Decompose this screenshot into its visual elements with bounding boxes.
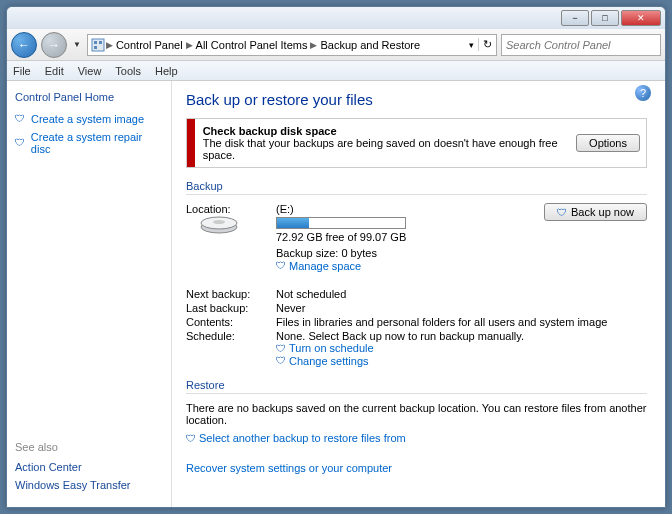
help-icon[interactable]: ? xyxy=(635,85,651,101)
next-backup-label: Next backup: xyxy=(186,288,276,300)
window: − □ ✕ ← → ▼ ▶ Control Panel ▶ All Contro… xyxy=(6,6,666,508)
contents-label: Contents: xyxy=(186,316,276,328)
svg-point-6 xyxy=(213,220,225,224)
turn-on-schedule-link[interactable]: 🛡 Turn on schedule xyxy=(276,342,374,354)
recover-system-settings-link[interactable]: Recover system settings or your computer xyxy=(186,462,647,474)
navbar: ← → ▼ ▶ Control Panel ▶ All Control Pane… xyxy=(7,29,665,61)
sidebar-link-label: Create a system image xyxy=(31,113,144,125)
refresh-button[interactable]: ↻ xyxy=(478,38,496,51)
maximize-button[interactable]: □ xyxy=(591,10,619,26)
change-settings-link[interactable]: 🛡 Change settings xyxy=(276,355,369,367)
manage-space-link[interactable]: 🛡 Manage space xyxy=(276,260,361,272)
drive-icon xyxy=(198,205,240,235)
shield-icon: 🛡 xyxy=(276,260,286,271)
shield-icon: 🛡 xyxy=(557,207,567,218)
see-also-action-center[interactable]: Action Center xyxy=(15,461,163,473)
see-also-windows-easy-transfer[interactable]: Windows Easy Transfer xyxy=(15,479,163,491)
contents-value: Files in libraries and personal folders … xyxy=(276,316,647,328)
next-backup-value: Not scheduled xyxy=(276,288,647,300)
menubar: File Edit View Tools Help xyxy=(7,61,665,81)
menu-view[interactable]: View xyxy=(78,65,102,77)
disk-usage-bar xyxy=(276,217,406,229)
select-another-backup-link[interactable]: 🛡 Select another backup to restore files… xyxy=(186,432,406,444)
backup-size: Backup size: 0 bytes xyxy=(276,247,544,259)
shield-icon: 🛡 xyxy=(276,343,286,354)
last-backup-value: Never xyxy=(276,302,647,314)
schedule-value: None. Select Back up now to run backup m… xyxy=(276,330,647,342)
svg-rect-3 xyxy=(94,46,97,49)
menu-file[interactable]: File xyxy=(13,65,31,77)
svg-rect-0 xyxy=(92,39,104,51)
restore-section-title: Restore xyxy=(186,379,647,391)
shield-icon: 🛡 xyxy=(186,433,196,444)
breadcrumb-separator-icon: ▶ xyxy=(106,40,113,50)
shield-icon: 🛡 xyxy=(15,137,27,149)
titlebar: − □ ✕ xyxy=(7,7,665,29)
alert-panel: Check backup disk space The disk that yo… xyxy=(186,118,647,168)
sidebar-link-create-system-image[interactable]: 🛡 Create a system image xyxy=(15,113,163,125)
breadcrumb-separator-icon: ▶ xyxy=(310,40,317,50)
search-box[interactable] xyxy=(501,34,661,56)
page-title: Back up or restore your files xyxy=(186,91,647,108)
search-input[interactable] xyxy=(502,39,660,51)
link-label: Turn on schedule xyxy=(289,342,374,354)
sidebar-link-create-system-repair-disc[interactable]: 🛡 Create a system repair disc xyxy=(15,131,163,155)
breadcrumb-separator-icon: ▶ xyxy=(186,40,193,50)
shield-icon: 🛡 xyxy=(15,113,27,125)
button-label: Back up now xyxy=(571,206,634,218)
control-panel-home-link[interactable]: Control Panel Home xyxy=(15,91,163,103)
back-button[interactable]: ← xyxy=(11,32,37,58)
menu-help[interactable]: Help xyxy=(155,65,178,77)
see-also-heading: See also xyxy=(15,441,163,453)
svg-rect-1 xyxy=(94,41,97,44)
forward-button[interactable]: → xyxy=(41,32,67,58)
restore-text: There are no backups saved on the curren… xyxy=(186,402,647,426)
sidebar: Control Panel Home 🛡 Create a system ima… xyxy=(7,81,172,507)
schedule-label: Schedule: xyxy=(186,330,276,367)
alert-stripe xyxy=(187,119,195,167)
main-content: ? Back up or restore your files Check ba… xyxy=(172,81,665,507)
address-bar[interactable]: ▶ Control Panel ▶ All Control Panel Item… xyxy=(87,34,497,56)
link-label: Select another backup to restore files f… xyxy=(199,432,406,444)
breadcrumb-segment[interactable]: Backup and Restore xyxy=(317,39,423,51)
address-dropdown-icon[interactable]: ▾ xyxy=(465,40,478,50)
control-panel-icon xyxy=(90,37,106,53)
breadcrumb-segment[interactable]: All Control Panel Items xyxy=(193,39,311,51)
last-backup-label: Last backup: xyxy=(186,302,276,314)
breadcrumb-segment[interactable]: Control Panel xyxy=(113,39,186,51)
close-button[interactable]: ✕ xyxy=(621,10,661,26)
sidebar-link-label: Create a system repair disc xyxy=(31,131,163,155)
minimize-button[interactable]: − xyxy=(561,10,589,26)
link-label: Change settings xyxy=(289,355,369,367)
backup-section-title: Backup xyxy=(186,180,647,192)
alert-text: The disk that your backups are being sav… xyxy=(203,137,558,161)
location-value: (E:) xyxy=(276,203,544,215)
link-label: Manage space xyxy=(289,260,361,272)
free-space: 72.92 GB free of 99.07 GB xyxy=(276,231,544,243)
svg-rect-2 xyxy=(99,41,102,44)
body: Control Panel Home 🛡 Create a system ima… xyxy=(7,81,665,507)
back-up-now-button[interactable]: 🛡 Back up now xyxy=(544,203,647,221)
shield-icon: 🛡 xyxy=(276,355,286,366)
menu-tools[interactable]: Tools xyxy=(115,65,141,77)
options-button[interactable]: Options xyxy=(576,134,640,152)
menu-edit[interactable]: Edit xyxy=(45,65,64,77)
alert-heading: Check backup disk space xyxy=(203,125,576,137)
history-dropdown-icon[interactable]: ▼ xyxy=(71,40,83,49)
